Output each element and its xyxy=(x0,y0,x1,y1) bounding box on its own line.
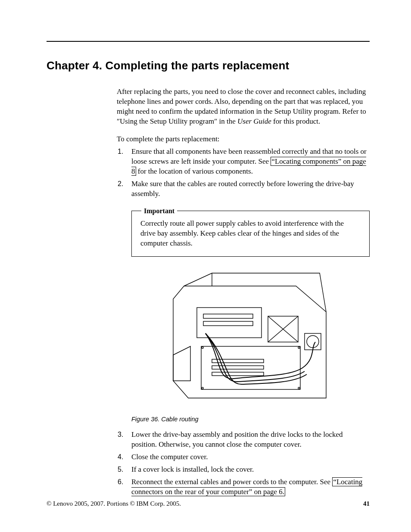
steps-list-b: Lower the drive-bay assembly and positio… xyxy=(117,430,370,497)
lead-in: To complete the parts replacement: xyxy=(117,134,370,144)
svg-rect-3 xyxy=(203,321,253,326)
svg-point-17 xyxy=(298,387,300,389)
important-box: Important Correctly route all power supp… xyxy=(131,211,370,257)
figure-36: Figure 36. Cable routing xyxy=(131,269,370,424)
svg-point-16 xyxy=(202,387,203,389)
steps-list-a: Ensure that all components have been rea… xyxy=(117,147,370,199)
step-4: Close the computer cover. xyxy=(131,452,370,462)
important-text: Correctly route all power supply cables … xyxy=(140,219,344,247)
body-column: After replacing the parts, you need to c… xyxy=(117,87,370,497)
svg-point-9 xyxy=(307,336,319,348)
svg-rect-12 xyxy=(212,372,264,376)
step-5: If a cover lock is installed, lock the c… xyxy=(131,465,370,475)
figure-caption: Figure 36. Cable routing xyxy=(131,415,370,424)
svg-point-15 xyxy=(298,347,300,348)
copyright-text: © Lenovo 2005, 2007. Portions © IBM Corp… xyxy=(47,499,181,508)
svg-point-14 xyxy=(202,347,203,348)
intro-paragraph: After replacing the parts, you need to c… xyxy=(117,87,370,127)
cable-routing-illustration xyxy=(160,269,341,411)
step-6-text-pre: Reconnect the external cables and power … xyxy=(131,478,332,486)
svg-rect-4 xyxy=(201,346,300,389)
svg-rect-8 xyxy=(305,333,321,350)
svg-marker-13 xyxy=(173,346,190,381)
step-3: Lower the drive-bay assembly and positio… xyxy=(131,430,370,450)
step-1: Ensure that all components have been rea… xyxy=(131,147,370,177)
user-guide-ital: User Guide xyxy=(237,117,271,125)
intro-tail: for this product. xyxy=(271,117,320,125)
step-1-text-post: for the location of various components. xyxy=(136,167,253,175)
step-2: Make sure that the cables are routed cor… xyxy=(131,179,370,199)
step-6: Reconnect the external cables and power … xyxy=(131,477,370,497)
chapter-title: Chapter 4. Completing the parts replacem… xyxy=(47,58,370,73)
svg-rect-1 xyxy=(197,308,262,338)
important-legend: Important xyxy=(141,206,177,216)
page-number: 41 xyxy=(363,499,370,508)
page: Chapter 4. Completing the parts replacem… xyxy=(0,0,411,532)
top-rule xyxy=(47,41,370,42)
svg-rect-2 xyxy=(203,314,253,318)
page-footer: © Lenovo 2005, 2007. Portions © IBM Corp… xyxy=(47,499,370,508)
